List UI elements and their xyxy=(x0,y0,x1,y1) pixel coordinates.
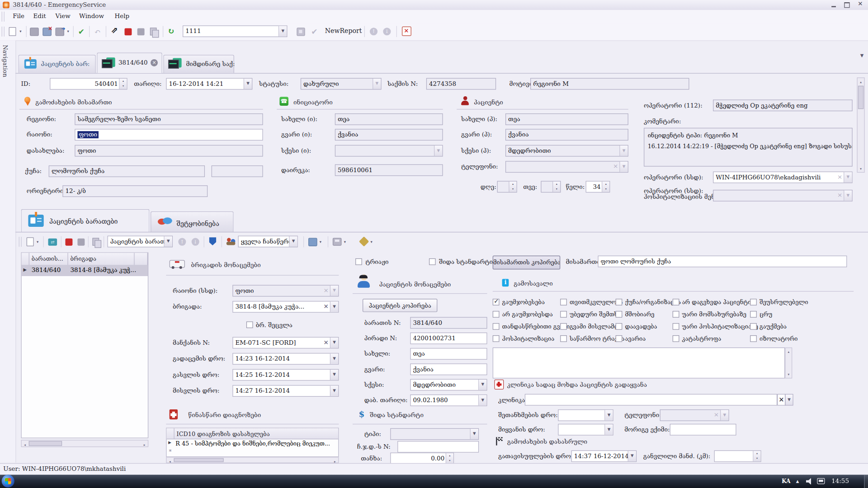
day-field[interactable]: ▴▾ xyxy=(497,181,517,192)
language-indicator[interactable]: KA xyxy=(779,477,793,486)
tab-message[interactable]: შეტყობინება xyxy=(151,211,234,232)
landmark-field[interactable]: 12- კ/ბ xyxy=(62,185,208,197)
close-button[interactable]: × xyxy=(856,0,865,8)
menu-help[interactable]: Help xyxy=(114,13,129,20)
distance-field[interactable]: ▴▾ xyxy=(714,450,761,462)
menu-window[interactable]: Window xyxy=(79,13,104,20)
outcome-check-labor[interactable] xyxy=(616,311,623,318)
inner-stop-red-icon[interactable] xyxy=(64,236,74,247)
card-number-field[interactable]: 3814/640 xyxy=(410,317,487,329)
outcome-check-patient-not-found[interactable] xyxy=(673,299,679,305)
tab-current-case[interactable]: მიმდინარე საქ: xyxy=(163,55,234,73)
clock[interactable]: 14:55 xyxy=(831,478,849,485)
maximize-button[interactable] xyxy=(843,1,852,8)
tab-patient-card[interactable]: პაციენტის ბარ: xyxy=(18,55,95,73)
brigade-combo[interactable]: 3814-8 [მამუკა კუჭა...×▼ xyxy=(232,301,339,313)
internal-standard-checkbox[interactable] xyxy=(429,258,436,265)
menu-edit[interactable]: Edit xyxy=(33,13,46,20)
records-filter-combo[interactable]: ყველა ჩანაწერი▼ xyxy=(238,236,298,248)
depart-time-combo[interactable]: 14:25 16-12-2014▼ xyxy=(232,369,339,381)
triage-checkbox[interactable] xyxy=(355,258,362,265)
case-number-field[interactable]: 4274358 xyxy=(426,78,496,90)
grid-selected-row[interactable]: ▶ 3814/640 3814-8 [მამუკა კუჭ... xyxy=(22,265,148,276)
save-dropdown[interactable]: ▾ xyxy=(65,26,71,37)
month-field[interactable]: ▴▾ xyxy=(541,181,561,192)
confirm-icon[interactable]: ✔ xyxy=(76,26,87,37)
pd-sex-combo[interactable]: მდედრობითი▼ xyxy=(410,379,487,391)
clinic-clear-button[interactable]: × xyxy=(777,394,785,406)
new-report-button[interactable]: NewReport xyxy=(325,27,362,35)
inner-new-dropdown[interactable]: ▾ xyxy=(35,236,40,247)
arrive-time-combo[interactable]: 14:27 16-12-2014▼ xyxy=(232,385,339,397)
agree-time-combo[interactable]: ▼ xyxy=(558,409,613,421)
copy-address-button[interactable]: მისამართის კოპირება xyxy=(493,256,560,270)
grid-horizontal-scrollbar[interactable]: ◂ ▸ xyxy=(21,440,149,447)
save-icon[interactable] xyxy=(29,26,39,37)
network-icon[interactable] xyxy=(817,478,825,484)
grid-extra-column-header[interactable] xyxy=(135,253,148,265)
outcome-address-field[interactable]: ფოთი ლომოურის ქუჩა xyxy=(598,256,847,267)
edit-key-icon[interactable] xyxy=(359,236,368,247)
inner-toolbar-grip[interactable] xyxy=(19,237,22,247)
diagnosis-row[interactable]: ▶ R 45 - სიმპტომები და ნიშნები,რომლებიც … xyxy=(167,439,339,448)
patient-sex-combo[interactable]: მდედრობითი▼ xyxy=(505,145,628,157)
car-number-combo[interactable]: EM-071-SC [FORD]×▼ xyxy=(232,337,339,349)
tab-patient-cards[interactable]: პაციენტის ბარათები xyxy=(21,209,150,232)
amount-field[interactable]: 0.00▴▾ xyxy=(390,453,454,465)
pd-surname-field[interactable]: ქვანია xyxy=(410,363,487,375)
clinic-phone-combo[interactable]: ×▼ xyxy=(660,409,729,421)
menubar-grip[interactable] xyxy=(2,12,5,22)
duty-doctor-field[interactable] xyxy=(670,424,736,436)
new-document-dropdown[interactable]: ▾ xyxy=(18,26,23,37)
year-field[interactable]: 34▴▾ xyxy=(586,181,610,192)
outcome-check-not-improved[interactable] xyxy=(493,311,500,318)
row-expand-icon[interactable]: ▶ xyxy=(168,441,171,445)
start-button[interactable] xyxy=(2,475,14,488)
transfer-icon[interactable]: ⇄ xyxy=(47,236,59,247)
grid-card-column-header[interactable]: ბარათის... xyxy=(29,253,68,265)
tab-overflow-dropdown[interactable]: ▼ xyxy=(858,53,866,61)
menu-file[interactable]: File xyxy=(13,13,24,20)
diagnoses-horizontal-scrollbar[interactable]: ◂ ▸ xyxy=(166,457,339,463)
minimize-button[interactable] xyxy=(829,1,838,8)
edit-key-dropdown[interactable]: ▾ xyxy=(369,236,374,247)
record-number-combo[interactable]: 1111▼ xyxy=(183,25,287,37)
outcome-check-refuse-hospitalization[interactable] xyxy=(673,323,679,330)
diagnosis-new-row[interactable]: * xyxy=(167,448,339,456)
outcome-check-improved[interactable] xyxy=(493,299,500,305)
comment-box[interactable]: ინციდენტის ტიპი: რეგიონი M 16.12.2014 14… xyxy=(644,128,853,167)
patient-name-field[interactable]: თეა xyxy=(505,113,628,125)
brigade-change-checkbox[interactable] xyxy=(246,321,253,328)
outcome-note-textarea[interactable] xyxy=(493,347,785,379)
street-extra-field[interactable] xyxy=(212,165,263,177)
outcome-check-false[interactable] xyxy=(750,311,757,318)
outcome-check-hospitalization[interactable] xyxy=(493,335,500,342)
tab-case[interactable]: 3814/640 × xyxy=(97,52,162,73)
outcome-check-corpse-witnessed[interactable] xyxy=(493,323,500,330)
birth-date-combo[interactable]: 09.02.1980▼ xyxy=(410,394,487,406)
patient-surname-field[interactable]: ქვანია xyxy=(505,129,628,141)
outcome-check-unfulfilled[interactable] xyxy=(750,299,757,305)
outcome-check-suicide[interactable] xyxy=(560,299,567,305)
street-field[interactable]: ლომოურის ქუჩა xyxy=(49,165,205,177)
new-document-button[interactable] xyxy=(8,26,17,37)
tab-close-icon[interactable]: × xyxy=(151,59,158,66)
release-time-combo[interactable]: 14:37 16-12-2014▼ xyxy=(571,450,637,462)
called-field[interactable]: 598610061 xyxy=(335,164,443,176)
refresh-icon[interactable]: ↻ xyxy=(165,25,176,36)
stop-red-icon[interactable] xyxy=(123,26,133,37)
navigation-tab[interactable]: Navigation xyxy=(2,45,9,77)
type-combo[interactable]: ▼ xyxy=(390,428,479,440)
inner-new-button[interactable] xyxy=(25,236,34,247)
note-vertical-scrollbar[interactable]: ▴ ▾ xyxy=(785,347,792,379)
toolbar-grip[interactable] xyxy=(2,27,5,37)
id-field[interactable]: 540401▴▾ xyxy=(50,78,127,90)
export-save-icon[interactable] xyxy=(308,236,318,247)
status-combo[interactable]: დახურული▼ xyxy=(301,78,382,90)
cards-filter-combo[interactable]: პაციენტის ბარათ...▼ xyxy=(108,236,173,248)
settlement-field[interactable]: ფოთი xyxy=(75,145,263,157)
print-dropdown[interactable]: ▾ xyxy=(342,236,348,247)
brigade-district-combo[interactable]: ფოთი×▼ xyxy=(232,285,339,297)
outcome-check-refuse-service[interactable] xyxy=(673,311,679,318)
clinic-dropdown[interactable]: ▼ xyxy=(785,394,793,406)
